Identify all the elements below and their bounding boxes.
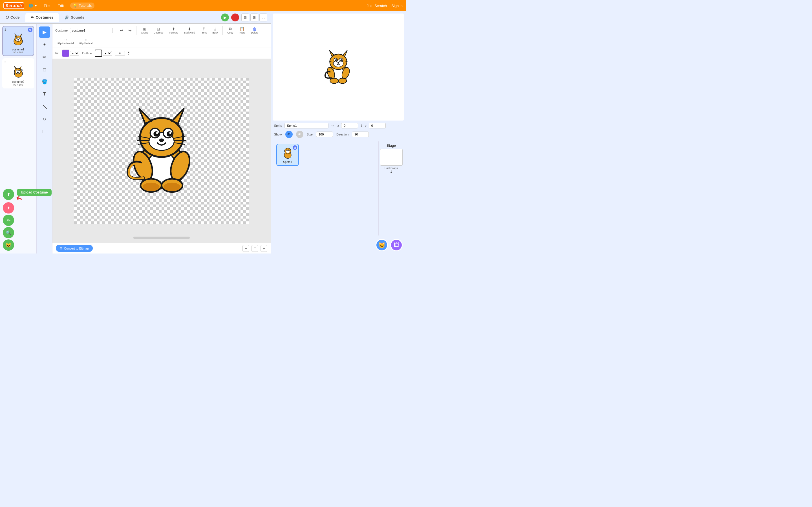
size-input[interactable] (115, 51, 125, 56)
paste-btn[interactable]: 📋 Paste (237, 25, 248, 35)
hide-toggle[interactable]: 👁 (296, 131, 303, 138)
checker-canvas[interactable] (74, 78, 249, 224)
stage-thumbnail[interactable] (380, 149, 403, 166)
tab-code[interactable]: ⬡ Code (0, 13, 26, 22)
outline-type-select[interactable]: ▾ (103, 51, 112, 56)
svg-marker-3 (20, 34, 22, 36)
backward-btn[interactable]: ⬇ Backward (182, 25, 198, 35)
upload-tooltip[interactable]: Upload Costume (17, 189, 52, 196)
divider (136, 26, 137, 35)
delete-costume-btn[interactable]: 🗑 (28, 27, 33, 32)
sprite-list-area: 🗑 Sprite1 (273, 142, 376, 235)
svg-point-34 (159, 138, 164, 142)
fullscreen-btn[interactable]: ⛶ (259, 13, 267, 21)
sprite-info: Sprite ↔ x ↕ y Show 👁 👁 Size 100 Directi… (271, 121, 406, 140)
zoom-out-btn[interactable]: − (243, 245, 249, 252)
divider (263, 26, 263, 35)
flip-h-btn[interactable]: ↔ Flip Horizontal (55, 36, 76, 46)
stop-button[interactable] (231, 13, 239, 21)
y-input[interactable] (369, 123, 386, 128)
circle-tool[interactable]: ○ (39, 113, 50, 124)
svg-point-18 (19, 70, 19, 71)
svg-point-55 (335, 59, 338, 61)
text-tool[interactable]: T (39, 89, 50, 100)
main-layout: ⬡ Code ✏ Costumes 🔊 Sounds ▶ ⊟ ⊞ ⛶ (0, 11, 406, 253)
outline-color-swatch[interactable] (95, 50, 102, 57)
show-toggle[interactable]: 👁 (285, 131, 293, 138)
show-row: Show 👁 👁 Size 100 Direction 90 (274, 131, 403, 138)
undo-btn[interactable]: ↩ (117, 27, 125, 34)
arrow-icon: ↔ (331, 123, 335, 128)
add-sprite-btn[interactable]: 😺 (375, 239, 388, 251)
top-nav: Scratch 🌐 ▼ File Edit 💡 Tutorials Join S… (0, 0, 406, 11)
large-stage-btn[interactable]: ⊞ (250, 13, 258, 21)
eraser-tool[interactable]: ◻ (39, 64, 50, 75)
redo-btn[interactable]: ↪ (126, 27, 134, 34)
forward-btn[interactable]: ⬆ Forward (167, 25, 181, 35)
search-costume-btn[interactable]: 🔍 (3, 227, 14, 238)
fill-tool[interactable]: 🪣 (39, 76, 50, 87)
line-tool[interactable]: | (36, 99, 52, 115)
costume-name-row: Costume (55, 28, 113, 33)
costume-thumb (8, 32, 28, 47)
sign-in-link[interactable]: Sign in (391, 4, 403, 8)
group-btn[interactable]: ⊞ Group (139, 25, 150, 35)
svg-point-59 (338, 62, 340, 63)
horizontal-scrollbar[interactable] (133, 237, 190, 239)
svg-point-8 (19, 38, 20, 38)
sprite-card[interactable]: 🗑 Sprite1 (276, 144, 299, 166)
choose-costume-btn[interactable]: 😺 (3, 239, 14, 251)
ungroup-btn[interactable]: ⊟ Ungroup (151, 25, 166, 35)
tutorials-button[interactable]: 💡 Tutorials (70, 3, 95, 9)
delete-btn[interactable]: 🗑 Delete (249, 25, 260, 35)
front-btn[interactable]: ⤒ Front (199, 25, 209, 35)
costume-item[interactable]: 🗑 1 (2, 26, 34, 56)
brush-tool[interactable]: ✏ (39, 51, 50, 62)
surprise-costume-btn[interactable]: ✦ (3, 202, 14, 214)
zoom-reset-btn[interactable]: = (252, 245, 258, 252)
sprite-delete-btn[interactable]: 🗑 (293, 145, 297, 150)
select-tool[interactable]: ▶ (39, 26, 50, 38)
sprite-name-row: Sprite ↔ x ↕ y (274, 123, 403, 128)
size-stepper[interactable]: ▲ ▼ (128, 51, 130, 55)
fill-color-swatch[interactable] (62, 50, 69, 57)
reshape-tool[interactable]: ✦ (39, 39, 50, 50)
convert-bitmap-btn[interactable]: ⊞ Convert to Bitmap (56, 245, 93, 252)
rect-tool[interactable]: □ (39, 126, 50, 137)
globe-button[interactable]: 🌐 ▼ (29, 4, 38, 8)
fill-type-select[interactable]: ▾ (70, 51, 79, 56)
svg-point-57 (336, 59, 337, 60)
svg-point-73 (287, 150, 287, 151)
stage-view-buttons: ⊟ ⊞ ⛶ (241, 13, 267, 21)
back-btn[interactable]: ⤓ Back (210, 25, 220, 35)
file-menu[interactable]: File (42, 3, 51, 8)
zoom-in-btn[interactable]: + (260, 245, 267, 252)
flip-v-btn[interactable]: ↕ Flip Vertical (77, 36, 95, 46)
paint-costume-btn[interactable]: ✏ (3, 215, 14, 226)
costume-item[interactable]: 2 (2, 58, 34, 89)
direction-field[interactable]: 90 (352, 131, 369, 137)
canvas-container[interactable] (52, 59, 271, 243)
join-scratch-link[interactable]: Join Scratch (367, 4, 387, 8)
toolbar-bottom: ⊞ Convert to Bitmap − = + (52, 243, 271, 253)
drawing-area: Costume ↩ ↪ (52, 24, 271, 253)
edit-menu[interactable]: Edit (56, 3, 65, 8)
costume-name-input[interactable] (70, 28, 113, 33)
svg-point-17 (16, 70, 17, 71)
svg-marker-25 (139, 108, 151, 123)
add-backdrop-btn[interactable]: 🖼 (390, 239, 403, 251)
small-stage-btn[interactable]: ⊟ (241, 13, 249, 21)
nav-right: Join Scratch Sign in (367, 4, 403, 8)
size-field[interactable]: 100 (316, 131, 333, 137)
sprite-name-input[interactable] (285, 123, 328, 128)
svg-point-67 (338, 78, 347, 83)
costume-thumb (8, 64, 28, 80)
x-input[interactable] (341, 123, 358, 128)
copy-btn[interactable]: ⧉ Copy (225, 25, 236, 35)
green-flag-button[interactable]: ▶ (221, 13, 229, 21)
scratch-logo[interactable]: Scratch (3, 2, 24, 9)
tab-sounds[interactable]: 🔊 Sounds (59, 13, 90, 22)
tab-costumes[interactable]: ✏ Costumes (26, 13, 59, 22)
upload-costume-btn[interactable]: ⬆ (3, 189, 14, 200)
svg-point-74 (289, 150, 289, 151)
